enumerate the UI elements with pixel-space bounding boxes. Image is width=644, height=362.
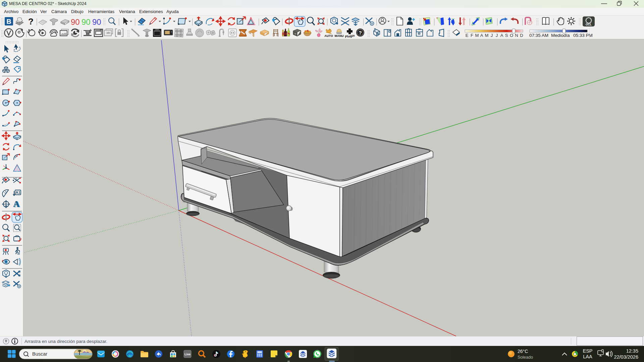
- svg-text:A1: A1: [15, 190, 20, 194]
- svg-text:?: ?: [28, 16, 34, 26]
- svg-text:A: A: [500, 33, 503, 38]
- svg-text:N: N: [515, 33, 518, 38]
- svg-text:AB: AB: [5, 205, 7, 207]
- svg-text:?: ?: [359, 30, 362, 36]
- svg-text:12:35: 12:35: [626, 348, 638, 354]
- svg-text:S: S: [505, 33, 508, 38]
- svg-text:LAA: LAA: [583, 354, 592, 359]
- svg-text:M: M: [485, 33, 489, 38]
- svg-text:90: 90: [82, 17, 91, 26]
- svg-text:22/03/2026: 22/03/2026: [614, 354, 638, 360]
- svg-text:90: 90: [71, 17, 80, 26]
- svg-text:Buscar: Buscar: [32, 351, 47, 357]
- svg-text:B: B: [6, 18, 11, 25]
- svg-text:07:35 AM: 07:35 AM: [529, 33, 548, 38]
- svg-text:AUTO: AUTO: [324, 34, 333, 38]
- svg-text:Mediodía: Mediodía: [551, 33, 570, 38]
- svg-text:O: O: [510, 33, 513, 38]
- svg-text:ESP: ESP: [583, 348, 592, 354]
- svg-text:5: 5: [15, 177, 17, 180]
- svg-text:26°C: 26°C: [518, 349, 528, 354]
- svg-text:05:33 PM: 05:33 PM: [573, 33, 593, 38]
- svg-text:F: F: [471, 33, 473, 38]
- svg-text:MANU: MANU: [335, 34, 344, 38]
- svg-text:OCL: OCL: [586, 23, 592, 26]
- svg-text:Soleado: Soleado: [518, 355, 533, 360]
- svg-text:C: C: [5, 202, 7, 204]
- svg-text:Live: Live: [184, 353, 191, 356]
- svg-text:A: A: [13, 199, 19, 209]
- svg-text:J: J: [491, 33, 493, 38]
- svg-text:D: D: [520, 33, 523, 38]
- svg-text:M: M: [475, 33, 479, 38]
- svg-text:90: 90: [92, 17, 101, 26]
- svg-text:A: A: [480, 33, 483, 38]
- svg-text:J: J: [496, 33, 498, 38]
- svg-text:E: E: [466, 33, 469, 38]
- svg-text:Plugin: Plugin: [345, 34, 355, 39]
